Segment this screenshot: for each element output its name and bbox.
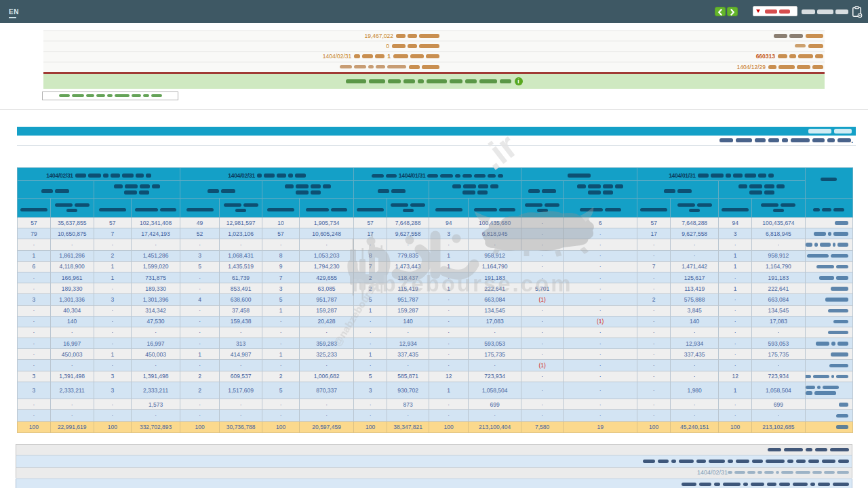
svg-text:.ir: .ir	[474, 126, 524, 178]
svg-text:nabzebourse.com: nabzebourse.com	[352, 271, 573, 296]
